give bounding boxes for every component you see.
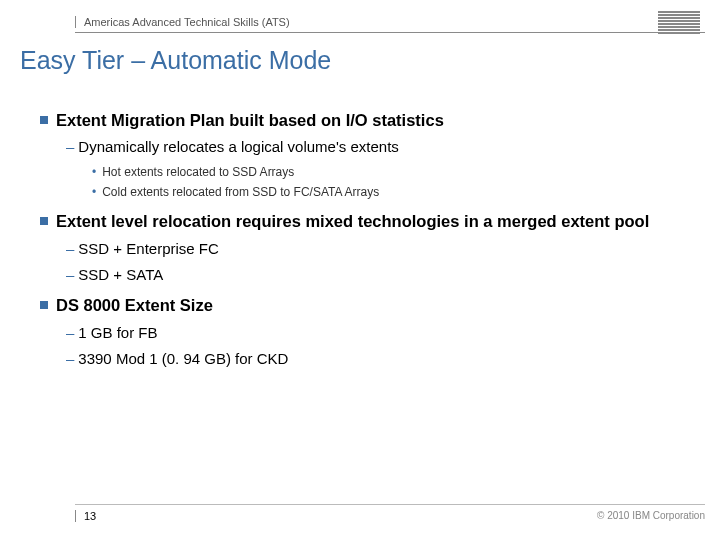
bullet-level2: –3390 Mod 1 (0. 94 GB) for CKD xyxy=(66,349,700,369)
bullet-text: Hot extents relocated to SSD Arrays xyxy=(102,165,294,179)
copyright-text: © 2010 IBM Corporation xyxy=(597,510,705,521)
square-bullet-icon xyxy=(40,217,48,225)
bullet-level2: –1 GB for FB xyxy=(66,323,700,343)
bullet-text: 3390 Mod 1 (0. 94 GB) for CKD xyxy=(78,350,288,367)
dot-bullet-icon: • xyxy=(92,165,96,179)
bullet-level1: DS 8000 Extent Size –1 GB for FB –3390 M… xyxy=(40,295,700,369)
bullet-level3: •Cold extents relocated from SSD to FC/S… xyxy=(92,184,700,201)
dash-bullet-icon: – xyxy=(66,324,74,341)
bullet-level2: –Dynamically relocates a logical volume'… xyxy=(66,137,700,157)
bullet-text: Cold extents relocated from SSD to FC/SA… xyxy=(102,185,379,199)
slide-title: Easy Tier – Automatic Mode xyxy=(20,46,331,75)
bullet-text: Extent level relocation requires mixed t… xyxy=(56,211,649,232)
bullet-text: SSD + SATA xyxy=(78,266,163,283)
header-divider xyxy=(75,32,705,33)
bullet-text: SSD + Enterprise FC xyxy=(78,240,218,257)
page-number: 13 xyxy=(75,510,96,522)
dot-bullet-icon: • xyxy=(92,185,96,199)
dash-bullet-icon: – xyxy=(66,350,74,367)
bullet-level3: •Hot extents relocated to SSD Arrays xyxy=(92,164,700,181)
dash-bullet-icon: – xyxy=(66,240,74,257)
bullet-level1: Extent Migration Plan built based on I/O… xyxy=(40,110,700,201)
footer: 13 © 2010 IBM Corporation xyxy=(75,504,705,522)
bullet-level2: –SSD + Enterprise FC xyxy=(66,239,700,259)
dash-bullet-icon: – xyxy=(66,266,74,283)
ibm-logo-icon xyxy=(658,11,700,34)
bullet-text: Extent Migration Plan built based on I/O… xyxy=(56,110,444,131)
dash-bullet-icon: – xyxy=(66,138,74,155)
bullet-level1-head: Extent Migration Plan built based on I/O… xyxy=(40,110,700,131)
bullet-text: DS 8000 Extent Size xyxy=(56,295,213,316)
header-department-label: Americas Advanced Technical Skills (ATS) xyxy=(75,16,290,28)
square-bullet-icon xyxy=(40,301,48,309)
square-bullet-icon xyxy=(40,116,48,124)
bullet-text: Dynamically relocates a logical volume's… xyxy=(78,138,399,155)
bullet-level1-head: DS 8000 Extent Size xyxy=(40,295,700,316)
bullet-level1: Extent level relocation requires mixed t… xyxy=(40,211,700,285)
header-bar: Americas Advanced Technical Skills (ATS) xyxy=(75,12,700,32)
bullet-level2: –SSD + SATA xyxy=(66,265,700,285)
bullet-text: 1 GB for FB xyxy=(78,324,157,341)
bullet-level1-head: Extent level relocation requires mixed t… xyxy=(40,211,700,232)
content-area: Extent Migration Plan built based on I/O… xyxy=(40,110,700,379)
